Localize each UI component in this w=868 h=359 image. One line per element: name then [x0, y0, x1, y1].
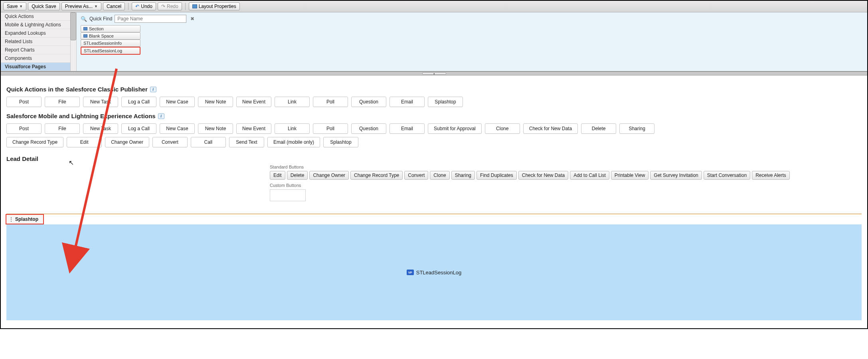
palette-category-item[interactable]: Quick Actions▾ — [1, 12, 76, 21]
standard-button[interactable]: Change Owner — [309, 171, 349, 180]
action-chip[interactable]: Change Record Type — [6, 137, 63, 147]
action-chip[interactable]: Poll — [313, 97, 348, 107]
grip-icon: ▴ — [422, 72, 446, 75]
action-chip[interactable]: Submit for Approval — [428, 123, 482, 134]
clear-search-icon[interactable]: ✖ — [189, 16, 196, 22]
collapse-handle[interactable]: ▴ — [1, 71, 867, 75]
separator — [128, 3, 129, 10]
cancel-button[interactable]: Cancel — [103, 2, 125, 10]
custom-buttons-dropzone[interactable] — [270, 189, 306, 201]
palette-category-item[interactable]: Report Charts — [1, 46, 76, 54]
action-chip[interactable]: Call — [191, 137, 226, 147]
component-item[interactable]: Section — [81, 25, 140, 32]
action-chip[interactable]: Post — [6, 97, 42, 107]
component-item-label: Blank Space — [89, 34, 114, 38]
caret-down-icon: ▼ — [19, 4, 23, 8]
action-chip[interactable]: Edit — [67, 137, 102, 147]
preview-as-label: Preview As... — [65, 4, 93, 9]
lex-actions-row-2: Change Record TypeEditChange OwnerConver… — [6, 137, 862, 147]
action-chip[interactable]: Sharing — [619, 123, 654, 134]
redo-label: Redo — [167, 4, 178, 9]
action-chip[interactable]: Log a Call — [121, 123, 156, 134]
standard-button[interactable]: Find Duplicates — [477, 171, 517, 180]
standard-button[interactable]: Change Record Type — [350, 171, 403, 180]
top-toolbar: Save▼ Quick Save Preview As...▼ Cancel ↶… — [1, 1, 867, 12]
action-chip[interactable]: Post — [6, 123, 42, 134]
standard-button[interactable]: Delete — [287, 171, 308, 180]
standard-button[interactable]: Convert — [404, 171, 428, 180]
standard-button[interactable]: Clone — [430, 171, 449, 180]
standard-button[interactable]: Check for New Data — [518, 171, 568, 180]
palette-category-item[interactable]: Mobile & Lightning Actions — [1, 21, 76, 29]
action-chip[interactable]: Question — [351, 97, 386, 107]
action-chip[interactable]: New Case — [160, 123, 195, 134]
lex-actions-title: Salesforce Mobile and Lightning Experien… — [6, 113, 156, 119]
save-button[interactable]: Save▼ — [3, 2, 26, 10]
action-chip[interactable]: Splashtop — [323, 137, 358, 147]
undo-button[interactable]: ↶Undo — [132, 2, 156, 10]
dropzone-content-label: STLeadSessionLog — [416, 270, 461, 276]
palette-category-item[interactable]: Visualforce Pages▾ — [1, 63, 76, 71]
standard-button[interactable]: Get Survey Invitation — [650, 171, 702, 180]
action-chip[interactable]: Link — [275, 97, 310, 107]
action-chip[interactable]: Email — [390, 97, 425, 107]
preview-as-button[interactable]: Preview As...▼ — [61, 2, 101, 10]
quick-find-input[interactable] — [115, 15, 186, 23]
classic-actions-header: Quick Actions in the Salesforce Classic … — [6, 86, 862, 93]
component-item-label: STLeadSessionInfo — [83, 41, 122, 46]
palette-category-list: Quick Actions▾Mobile & Lightning Actions… — [1, 12, 77, 71]
info-icon[interactable]: i — [158, 113, 164, 119]
standard-button[interactable]: Receive Alerts — [752, 171, 790, 180]
action-chip[interactable]: File — [45, 97, 80, 107]
component-item[interactable]: Blank Space — [81, 32, 140, 40]
redo-button[interactable]: ↷Redo — [158, 2, 182, 10]
component-item[interactable]: STLeadSessionInfo — [81, 40, 140, 47]
action-chip[interactable]: New Event — [236, 123, 271, 134]
info-icon[interactable]: i — [150, 87, 156, 92]
splashtop-section-tab[interactable]: ⋮Splashtop — [6, 214, 44, 224]
action-chip[interactable]: Check for New Data — [523, 123, 578, 134]
action-chip[interactable]: Change Owner — [105, 137, 149, 147]
search-icon: 🔍 — [81, 16, 87, 22]
action-chip[interactable]: Splashtop — [428, 97, 463, 107]
caret-down-icon: ▼ — [94, 4, 98, 8]
component-item[interactable]: STLeadSessionLog — [81, 47, 140, 55]
action-chip[interactable]: New Task — [83, 97, 118, 107]
component-item-label: Section — [89, 26, 104, 31]
palette-category-item[interactable]: Components — [1, 54, 76, 63]
lead-detail-header: Lead Detail — [6, 155, 862, 162]
standard-button[interactable]: Add to Call List — [570, 171, 609, 180]
palette-category-item[interactable]: Related Lists — [1, 38, 76, 46]
layout-properties-button[interactable]: Layout Properties — [189, 2, 240, 10]
action-chip[interactable]: New Task — [83, 123, 118, 134]
scrollbar[interactable] — [70, 12, 76, 71]
component-icon — [83, 34, 87, 38]
standard-button[interactable]: Start Conversation — [704, 171, 750, 180]
action-chip[interactable]: New Note — [198, 123, 233, 134]
action-chip[interactable]: Delete — [581, 123, 616, 134]
standard-button[interactable]: Sharing — [451, 171, 475, 180]
layout-canvas: Quick Actions in the Salesforce Classic … — [1, 75, 867, 328]
action-chip[interactable]: New Note — [198, 97, 233, 107]
action-chip[interactable]: Email (mobile only) — [267, 137, 320, 147]
action-chip[interactable]: Convert — [152, 137, 188, 147]
custom-buttons-box: Custom Buttons — [270, 183, 790, 201]
standard-buttons-row: EditDeleteChange OwnerChange Record Type… — [270, 171, 790, 180]
action-chip[interactable]: Send Text — [229, 137, 264, 147]
scrollbar-thumb[interactable] — [70, 12, 76, 40]
action-chip[interactable]: Log a Call — [121, 97, 156, 107]
standard-button[interactable]: Edit — [270, 171, 285, 180]
action-chip[interactable]: Clone — [485, 123, 520, 134]
action-chip[interactable]: Question — [351, 123, 386, 134]
classic-actions-row: PostFileNew TaskLog a CallNew CaseNew No… — [6, 97, 862, 107]
action-chip[interactable]: New Event — [236, 97, 271, 107]
action-chip[interactable]: New Case — [160, 97, 195, 107]
visualforce-dropzone[interactable]: VF STLeadSessionLog — [6, 224, 862, 320]
action-chip[interactable]: File — [45, 123, 80, 134]
action-chip[interactable]: Link — [275, 123, 310, 134]
action-chip[interactable]: Email — [390, 123, 425, 134]
palette-category-item[interactable]: Expanded Lookups — [1, 29, 76, 38]
standard-button[interactable]: Printable View — [611, 171, 649, 180]
action-chip[interactable]: Poll — [313, 123, 348, 134]
quick-save-button[interactable]: Quick Save — [28, 2, 59, 10]
